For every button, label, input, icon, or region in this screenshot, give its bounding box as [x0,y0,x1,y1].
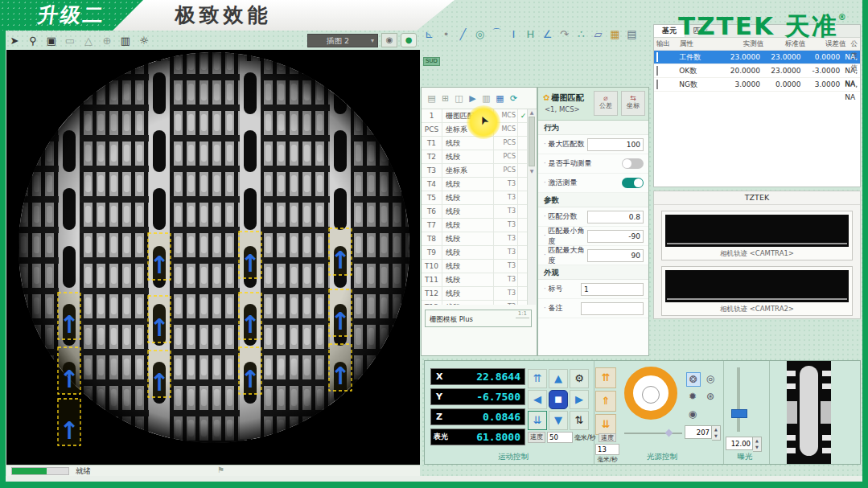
jog-up-button[interactable]: ▲ [549,369,568,388]
slider-handle[interactable] [665,429,673,437]
dro-value: 61.8000 [458,431,525,443]
ring-light-center [642,386,660,404]
toggle-on[interactable] [622,178,644,188]
property-row: ·匹配最小角度 [538,227,648,246]
feature-row[interactable]: T7线段T3 [422,219,529,232]
feature-row[interactable]: T10线段T3 [422,260,529,273]
dro-row: Z0.0846 [430,408,525,425]
gauge-icon[interactable]: ▥ [117,35,134,47]
jog-sliders-button[interactable]: ⇅ [570,411,589,430]
scrollbar[interactable]: ▲▼ [527,109,536,305]
pause-icon[interactable]: ▥ [479,93,493,104]
exposure-slider[interactable] [737,367,740,432]
property-input[interactable] [587,230,644,243]
match-arrow-icon: ↑ [330,307,350,335]
jog-up-fast-button[interactable]: ⇈ [528,369,547,388]
property-input[interactable] [581,302,644,315]
column-header[interactable]: 公差值 [848,38,860,50]
column-header[interactable]: 输出 [654,38,677,50]
jog-right-button[interactable]: ▶ [570,390,589,409]
output-checkbox[interactable] [656,52,658,62]
property-input[interactable] [587,138,644,151]
light-source-3-icon[interactable]: ✹ [686,390,699,403]
arc-icon[interactable]: ⌒ [488,27,505,41]
spinner-arrows[interactable]: ▲▼ [753,437,762,452]
z-down-fast-button[interactable]: ⇊ [595,414,616,435]
plane-icon[interactable]: ▱ [590,28,607,40]
ring-light-dial[interactable] [624,367,677,420]
light-source-4-icon[interactable]: ⊛ [704,390,717,403]
jog-settings-button[interactable]: ⚙ [570,369,589,388]
camera-live-view[interactable]: ↑↑↑↑↑↑↑↑↑↑↑↑ [6,50,420,465]
feature-row[interactable]: T2线段PCS [422,150,529,164]
flag-icon[interactable]: ⚑ [217,465,224,474]
calculator-icon[interactable]: ▤ [623,28,640,40]
angle-icon[interactable]: ∠ [539,28,556,40]
feature-row[interactable]: T5线段T3 [422,191,529,205]
height-icon[interactable]: I [505,28,522,40]
tolerance-icon: ⌀ [594,94,617,102]
result-row[interactable]: 工件数23.000023.00000.0000NA, NA [654,51,860,64]
feature-row[interactable]: T8线段T3 [422,232,529,246]
spinner-arrows[interactable]: ▲▼ [712,425,721,441]
report-icon[interactable]: ▦ [493,93,507,104]
feature-row[interactable]: T12线段T3 [422,287,529,301]
property-input[interactable] [581,283,644,296]
property-input[interactable] [587,211,644,223]
z-up-button[interactable]: ⇑ [595,391,616,412]
point-cloud-icon[interactable]: ∴ [573,28,590,40]
light-source-1-icon[interactable]: ❂ [686,372,701,387]
cursor-icon[interactable]: ➤ [6,35,23,47]
ring-brightness-slider[interactable] [624,430,682,437]
light-source-5-icon[interactable]: ◉ [686,408,699,420]
dro-row: 表光61.8000 [430,429,525,445]
jog-down-button[interactable]: ▼ [549,411,568,430]
template-box[interactable]: 栅图模板 Plus 1:1 [425,310,532,327]
feature-row[interactable]: T13线段T3 [422,301,529,305]
exposure-slider-handle[interactable] [731,409,747,418]
trace-strip-image [665,270,849,302]
feature-row[interactable]: T4线段T3 [422,178,529,191]
result-row[interactable]: OK数20.000023.0000-3.0000NA, NA [654,64,860,78]
feature-row[interactable]: T3坐标系PCS [422,164,529,178]
property-input[interactable] [587,249,644,262]
tolerance-button[interactable]: ⌀ 公差 [594,91,618,116]
feature-row[interactable]: T6线段T3 [422,205,529,219]
speed-button[interactable]: 速度 [528,432,545,443]
width-icon[interactable]: H [522,28,539,40]
speed-input[interactable] [547,432,573,443]
jog-left-button[interactable]: ◀ [528,390,547,409]
globe-icon[interactable]: ● [401,33,417,47]
toggle-off[interactable] [622,158,644,169]
save-icon[interactable]: ◫ [452,93,466,104]
output-checkbox[interactable] [656,80,658,89]
z-speed-button[interactable]: 速度 [599,433,616,442]
curve-icon[interactable]: ↷ [556,28,573,40]
jog-down-fast-button[interactable]: ⇊ [528,411,547,430]
output-checkbox[interactable] [656,66,658,76]
feature-row[interactable]: T11线段T3 [422,273,529,287]
circle-icon[interactable]: ◎ [471,28,488,40]
feature-row[interactable]: T9线段T3 [422,246,529,260]
ring-value-input[interactable] [685,425,712,439]
snapshot-icon[interactable]: ◉ [381,33,397,47]
run-icon[interactable]: ▶ [466,93,479,104]
view-selector-dropdown[interactable]: 插图 2 ▾ [307,34,378,47]
new-icon[interactable]: ▤ [425,93,438,104]
image-icon[interactable]: ▣ [43,35,60,47]
feature-row[interactable]: T1线段PCS [422,137,529,150]
coordinate-button[interactable]: ⇆ 坐标 [621,91,645,116]
copy-icon[interactable]: ⊞ [438,93,452,104]
results-rows: 工件数23.000023.00000.0000NA, NAOK数20.00002… [654,51,860,92]
jog-stop-button[interactable]: ■ [549,390,568,409]
light-source-2-icon[interactable]: ◎ [704,372,717,385]
zoom-icon[interactable]: ⚲ [25,35,41,47]
exposure-input[interactable] [726,437,753,450]
trace-panel: TZTEK 相机轨迹 <CAMTRA1>相机轨迹 <CAMTRA2> [653,191,861,319]
grid-match-icon[interactable]: ▦ [607,28,623,40]
z-up-fast-button[interactable]: ⇈ [595,367,616,388]
light-icon[interactable]: ☼ [136,35,152,47]
refresh-icon[interactable]: ⟳ [507,93,520,104]
slot-preview-image [769,361,862,464]
result-row[interactable]: NG数3.00000.00003.0000NA, NA [654,78,860,92]
